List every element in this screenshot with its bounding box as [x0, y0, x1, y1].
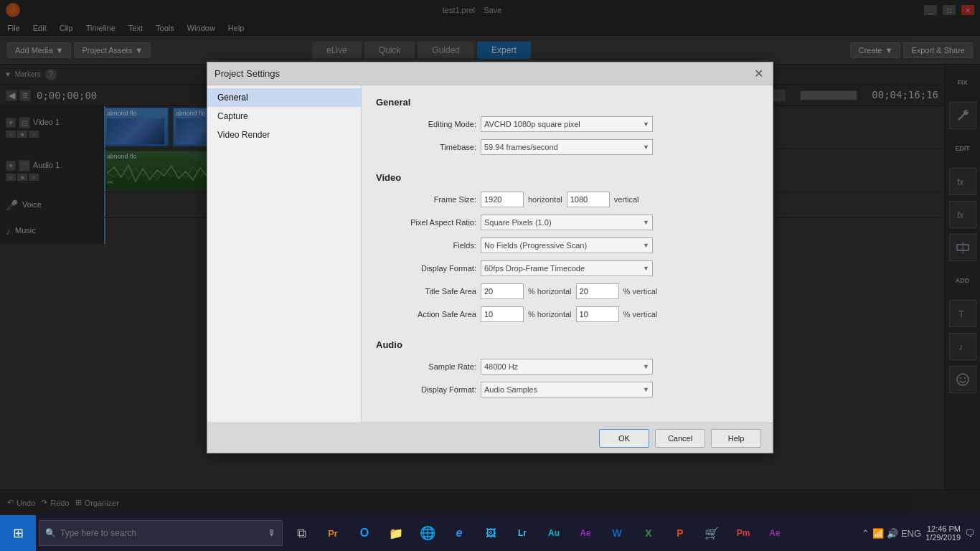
up-arrow-tray-icon[interactable]: ⌃	[862, 528, 870, 539]
action-safe-v-input[interactable]	[576, 306, 619, 322]
display-format-row: Display Format: 60fps Drop-Frame Timecod…	[376, 260, 758, 276]
audio-display-format-label: Display Format:	[376, 385, 476, 394]
audio-display-format-row: Display Format: Audio Samples ▼	[376, 382, 758, 397]
audition-taskbar-icon[interactable]: Au	[538, 515, 570, 551]
audition-icon: Au	[548, 528, 560, 538]
fields-dropdown[interactable]: No Fields (Progressive Scan)	[484, 241, 649, 250]
dialog-sidebar-video-render[interactable]: Video Render	[207, 126, 361, 144]
task-view-button[interactable]: ⧉	[286, 515, 317, 551]
timebase-label: Timebase:	[376, 143, 476, 151]
lightroom-icon: Lr	[518, 528, 527, 538]
action-safe-h-input[interactable]	[481, 306, 524, 322]
audio-display-format-dropdown[interactable]: Audio Samples	[484, 385, 649, 394]
system-tray: ⌃ 📶 🔊 ENG	[862, 528, 921, 539]
dialog-title: Project Settings	[215, 68, 280, 79]
clock-date: 1/29/2019	[925, 533, 961, 542]
frame-height-input[interactable]: 1080	[567, 192, 610, 207]
editing-mode-dropdown[interactable]: AVCHD 1080p square pixel	[484, 120, 649, 128]
vertical-label: vertical	[614, 195, 639, 204]
display-format-dropdown[interactable]: 60fps Drop-Frame Timecode	[484, 264, 649, 273]
edge-icon: e	[456, 527, 463, 540]
pixel-aspect-select[interactable]: Square Pixels (1.0) ▼	[481, 215, 653, 230]
start-button[interactable]: ⊞	[0, 515, 36, 551]
sample-rate-select[interactable]: 48000 Hz ▼	[481, 359, 653, 375]
action-safe-label: Action Safe Area	[376, 310, 476, 319]
lightroom-taskbar-icon[interactable]: Lr	[507, 515, 538, 551]
pm2-taskbar-icon[interactable]: Pm	[727, 515, 759, 551]
title-safe-v-label: % vertical	[623, 287, 658, 296]
action-safe-h-label: % horizontal	[528, 310, 572, 319]
pm2-icon: Pm	[737, 528, 750, 538]
clock-time: 12:46 PM	[925, 524, 961, 533]
taskbar-right: ⌃ 📶 🔊 ENG 12:46 PM 1/29/2019 🗨	[862, 524, 980, 542]
chrome-taskbar-icon[interactable]: 🌐	[412, 515, 443, 551]
dialog-footer: OK Cancel Help	[207, 423, 773, 453]
editing-mode-label: Editing Mode:	[376, 120, 476, 128]
premiere-icon: Pr	[328, 528, 338, 539]
cancel-button[interactable]: Cancel	[655, 429, 705, 448]
timebase-row: Timebase: 59.94 frames/second ▼	[376, 139, 758, 155]
task-view-icon: ⧉	[297, 526, 306, 541]
clock-area[interactable]: 12:46 PM 1/29/2019	[925, 524, 961, 542]
title-safe-v-input[interactable]	[576, 283, 619, 299]
excel-taskbar-icon[interactable]: X	[633, 515, 664, 551]
dialog-close-button[interactable]: ✕	[751, 67, 765, 81]
dialog-content: General Editing Mode: AVCHD 1080p square…	[362, 85, 773, 423]
files-icon: 📁	[389, 527, 403, 540]
timebase-select[interactable]: 59.94 frames/second ▼	[481, 139, 653, 155]
volume-icon[interactable]: 🔊	[887, 528, 898, 539]
audio-display-format-select[interactable]: Audio Samples ▼	[481, 382, 653, 397]
notification-icon[interactable]: 🗨	[965, 528, 974, 539]
fields-label: Fields:	[376, 241, 476, 250]
input-lang-icon[interactable]: ENG	[901, 528, 921, 539]
help-button[interactable]: Help	[711, 429, 761, 448]
ae2-taskbar-icon[interactable]: Ae	[759, 515, 791, 551]
ok-button[interactable]: OK	[599, 429, 649, 448]
pixel-aspect-label: Pixel Aspect Ratio:	[376, 218, 476, 227]
excel-icon: X	[645, 527, 651, 539]
appstore-taskbar-icon[interactable]: 🛒	[696, 515, 727, 551]
outlook-taskbar-icon[interactable]: O	[349, 515, 380, 551]
photos-icon: 🖼	[486, 527, 496, 539]
title-safe-h-label: % horizontal	[528, 287, 572, 296]
modal-overlay: Project Settings ✕ General Capture Video…	[0, 0, 980, 515]
display-format-label: Display Format:	[376, 264, 476, 273]
dialog-sidebar-general[interactable]: General	[207, 88, 361, 107]
edge-taskbar-icon[interactable]: e	[443, 515, 475, 551]
action-safe-row: Action Safe Area % horizontal % vertical	[376, 306, 758, 322]
files-taskbar-icon[interactable]: 📁	[380, 515, 412, 551]
search-input[interactable]	[60, 528, 263, 538]
network-icon[interactable]: 📶	[872, 528, 884, 539]
dialog-sidebar: General Capture Video Render	[207, 85, 362, 423]
fields-select[interactable]: No Fields (Progressive Scan) ▼	[481, 237, 653, 253]
ppt-taskbar-icon[interactable]: P	[664, 515, 696, 551]
timebase-dropdown[interactable]: 59.94 frames/second	[484, 143, 649, 151]
sample-rate-dropdown[interactable]: 48000 Hz	[484, 362, 649, 371]
pixel-aspect-dropdown[interactable]: Square Pixels (1.0)	[484, 218, 649, 227]
horizontal-label: horizontal	[528, 195, 562, 204]
pixel-aspect-row: Pixel Aspect Ratio: Square Pixels (1.0) …	[376, 215, 758, 230]
dialog-sidebar-capture[interactable]: Capture	[207, 107, 361, 126]
ae-taskbar-icon[interactable]: Ae	[570, 515, 601, 551]
frame-size-label: Frame Size:	[376, 195, 476, 204]
premiere-taskbar-icon[interactable]: Pr	[317, 515, 349, 551]
appstore-icon: 🛒	[705, 527, 719, 540]
sample-rate-row: Sample Rate: 48000 Hz ▼	[376, 359, 758, 375]
dialog-body: General Capture Video Render General Edi…	[207, 85, 773, 423]
search-bar[interactable]: 🔍 🎙	[39, 520, 283, 546]
taskbar: ⊞ 🔍 🎙 ⧉ Pr O 📁 🌐 e 🖼 Lr Au Ae W X P	[0, 515, 980, 551]
microphone-icon[interactable]: 🎙	[268, 528, 276, 538]
word-taskbar-icon[interactable]: W	[601, 515, 633, 551]
frame-width-input[interactable]: 1920	[481, 192, 524, 207]
project-settings-dialog: Project Settings ✕ General Capture Video…	[207, 62, 773, 453]
editing-mode-select[interactable]: AVCHD 1080p square pixel ▼	[481, 116, 653, 132]
word-icon: W	[612, 527, 621, 539]
title-safe-h-input[interactable]	[481, 283, 524, 299]
ae-icon: Ae	[580, 528, 590, 538]
video-section-title: Video	[376, 172, 758, 183]
windows-icon: ⊞	[13, 525, 24, 541]
ae2-icon: Ae	[769, 528, 780, 538]
display-format-select[interactable]: 60fps Drop-Frame Timecode ▼	[481, 260, 653, 276]
photos-taskbar-icon[interactable]: 🖼	[475, 515, 507, 551]
chrome-icon: 🌐	[420, 525, 435, 541]
